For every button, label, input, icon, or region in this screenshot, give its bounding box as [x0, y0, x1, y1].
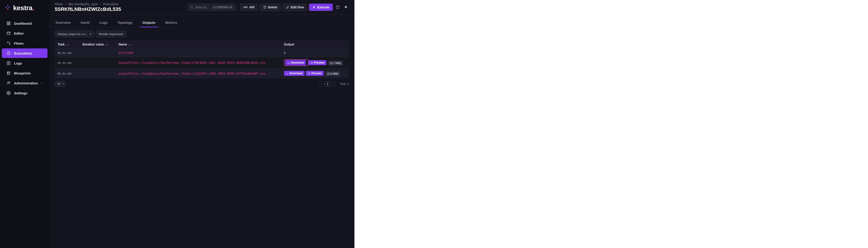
iteration-cell [80, 49, 116, 57]
pager-next[interactable] [331, 81, 336, 86]
pager-page-1[interactable]: 1 [325, 81, 330, 86]
tab-logs[interactable]: Logs [98, 19, 108, 27]
sort-icon: ▲▼ [105, 44, 109, 46]
column-header-task[interactable]: Task▲▼ [55, 40, 80, 49]
breadcrumb-executions[interactable]: Executions [103, 2, 119, 6]
tabs: Overview Gantt Logs Topology Outputs Met… [49, 19, 354, 27]
svg-rect-3 [7, 8, 8, 9]
output-cell: DownloadPreview(2.5 MiB) [281, 68, 349, 79]
blueprints-icon [6, 71, 11, 75]
bell-icon[interactable] [343, 4, 349, 11]
page-title: 5SRKftLNBnHZWlZcBdL535 [55, 6, 121, 12]
sidebar-item-editor[interactable]: Editor [2, 28, 48, 38]
table-footer: 25 1 Total: 3 [55, 81, 349, 87]
trash-icon [263, 6, 266, 9]
pager-prev[interactable] [319, 81, 324, 86]
svg-rect-13 [7, 72, 10, 75]
svg-point-16 [8, 92, 9, 94]
column-header-name[interactable]: Name▲▼ [116, 40, 281, 49]
iteration-cell [80, 68, 116, 79]
tab-metrics[interactable]: Metrics [164, 19, 178, 27]
svg-point-21 [309, 73, 309, 74]
flows-icon [6, 41, 11, 46]
output-cell: DownloadPreview(3.7 MiB) [281, 57, 349, 68]
administration-icon [6, 81, 11, 85]
svg-point-9 [7, 42, 8, 43]
chevron-down-icon: ▾ [90, 33, 91, 35]
outputs-content: Display output for a s... ▾ Render expre… [49, 27, 354, 90]
breadcrumb-flows[interactable]: Flows [55, 2, 63, 6]
total-count: Total: 3 [340, 82, 349, 85]
svg-point-10 [9, 44, 10, 45]
outputs-table: Task▲▼ Iteration value▲▼ Name▲▼ Output [55, 40, 349, 79]
sidebar-item-executions[interactable]: Executions [2, 49, 48, 58]
sidebar-item-settings[interactable]: Settings [2, 88, 48, 98]
render-expression-button[interactable]: Render expression [96, 31, 126, 37]
keyboard-shortcut-badge: Ctrl/Cmd + K [212, 5, 234, 9]
execute-button[interactable]: Execute [309, 4, 333, 11]
dashboard-icon [6, 21, 11, 26]
sidebar-item-flows[interactable]: Flows [2, 38, 48, 48]
svg-point-20 [311, 62, 312, 63]
api-button[interactable]: API API [240, 4, 258, 11]
table-row: hn_to_csvexitCode0 [55, 49, 349, 57]
editor-icon [6, 31, 11, 35]
name-cell: outputFiles.cloudquery/hackernews_items/… [116, 68, 281, 79]
svg-rect-8 [7, 32, 10, 35]
iteration-cell [80, 57, 116, 68]
sort-icon: ▲▼ [128, 44, 132, 46]
output-cell: 0 [281, 49, 349, 57]
pencil-icon [286, 6, 289, 9]
tab-gantt[interactable]: Gantt [80, 19, 90, 27]
name-cell: outputFiles.cloudquery/hackernews_items/… [116, 57, 281, 68]
topbar: Flows / dev.cloudquery_sync / Executions… [49, 0, 354, 15]
edit-flow-button[interactable]: Edit flow [283, 4, 307, 11]
svg-point-14 [8, 82, 9, 83]
sidebar-item-dashboard[interactable]: Dashboard [2, 19, 48, 28]
download-button[interactable]: Download [284, 71, 305, 76]
help-icon[interactable] [335, 4, 341, 11]
download-button[interactable]: Download [285, 60, 306, 65]
sidebar-item-label: Dashboard [14, 22, 32, 25]
chevron-right-icon [40, 82, 43, 84]
sidebar-item-administration[interactable]: Administration [2, 78, 48, 88]
preview-button[interactable]: Preview [309, 60, 327, 65]
sort-icon: ▲▼ [66, 44, 70, 46]
api-icon: API [243, 6, 248, 8]
prose-area [354, 0, 868, 248]
output-filter-select[interactable]: Display output for a s... ▾ [55, 31, 94, 37]
logo: kestra. [0, 4, 49, 18]
sidebar-item-label: Executions [14, 51, 32, 55]
table-row: hn_to_csvoutputFiles.cloudquery/hackerne… [55, 68, 349, 79]
settings-icon [6, 91, 11, 95]
breadcrumb-flow-id[interactable]: dev.cloudquery_sync [68, 2, 98, 6]
tab-outputs[interactable]: Outputs [142, 19, 156, 27]
pagesize-select[interactable]: 25 [55, 81, 65, 87]
sidebar-item-blueprints[interactable]: Blueprints [2, 68, 48, 78]
logo-mark-icon [4, 5, 11, 11]
tab-topology[interactable]: Topology [117, 19, 133, 27]
svg-rect-4 [7, 22, 8, 23]
svg-rect-7 [9, 24, 10, 25]
delete-button[interactable]: Delete [260, 4, 281, 11]
sidebar-item-logs[interactable]: Logs [2, 58, 48, 68]
svg-rect-6 [7, 24, 8, 25]
preview-button[interactable]: Preview [306, 71, 324, 76]
file-size-badge: (2.5 MiB) [325, 71, 340, 76]
task-cell: hn_to_csv [55, 49, 80, 57]
sidebar-item-label: Flows [14, 42, 24, 45]
search-icon [190, 6, 193, 9]
column-header-iteration[interactable]: Iteration value▲▼ [80, 40, 116, 49]
svg-rect-18 [214, 6, 215, 8]
jump-to-input[interactable]: Jump to... Ctrl/Cmd + K [188, 4, 236, 11]
logo-text: kestra. [13, 4, 34, 12]
svg-rect-2 [8, 7, 10, 8]
task-cell: hn_to_csv [55, 57, 80, 68]
tab-overview[interactable]: Overview [55, 19, 72, 27]
file-size-badge: (3.7 MiB) [328, 61, 343, 65]
sidebar-item-label: Editor [14, 31, 24, 35]
svg-rect-1 [5, 7, 7, 8]
sidebar-item-label: Logs [14, 61, 22, 65]
bolt-icon [312, 6, 315, 9]
svg-rect-0 [7, 5, 8, 6]
